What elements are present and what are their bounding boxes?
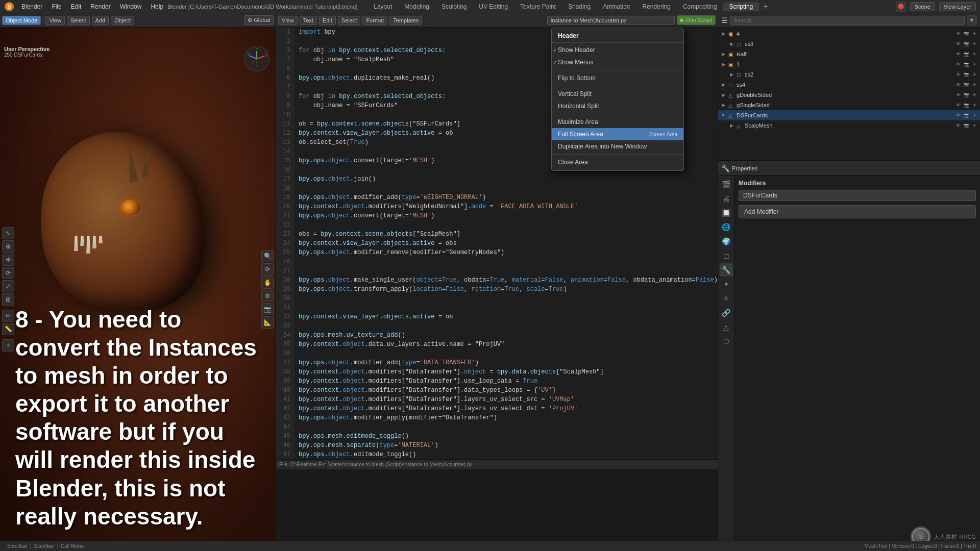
prop-constraints-btn[interactable]: 🔗 <box>720 306 733 319</box>
ctx-show-menus[interactable]: Show Menus <box>552 56 683 68</box>
tab-uv-editing[interactable]: UV Editing <box>473 2 514 11</box>
prop-object-btn[interactable]: ◻ <box>720 249 733 262</box>
outliner-visibility-icon[interactable]: ☀ <box>971 122 978 129</box>
prop-physics-btn[interactable]: ⚛ <box>720 292 733 305</box>
outliner-visibility-icon[interactable]: ☀ <box>971 81 978 88</box>
vp-camera-btn[interactable]: 📷 <box>261 303 274 315</box>
outliner-expand-icon[interactable]: ▶ <box>720 31 726 37</box>
outliner-visibility-icon[interactable]: ☀ <box>971 71 978 78</box>
outliner-expand-icon[interactable]: ▶ <box>720 61 726 67</box>
viewport-global-btn[interactable]: ⊕ Global <box>244 15 274 25</box>
outliner-visibility-icon[interactable]: 📷 <box>963 102 970 109</box>
outliner-expand-icon[interactable]: ▶ <box>720 102 726 108</box>
viewport-select-menu[interactable]: Select <box>67 16 90 25</box>
outliner-visibility-icon[interactable]: 👁 <box>954 71 962 78</box>
ctx-maximize-area[interactable]: Maximize Area <box>552 116 683 128</box>
view-layer-selector[interactable]: View Layer <box>939 2 976 11</box>
menu-window[interactable]: Window <box>116 2 146 11</box>
ctx-flip-to-bottom[interactable]: Flip to Bottom <box>552 72 683 84</box>
tab-shading[interactable]: Shading <box>562 2 597 11</box>
prop-view-layer-btn[interactable]: 🔲 <box>720 206 733 219</box>
tab-texture-paint[interactable]: Texture Paint <box>514 2 562 11</box>
script-format-menu[interactable]: Format <box>362 16 387 25</box>
outliner-item-item-9[interactable]: ▼△DSFurCards👁📷☀ <box>718 110 980 120</box>
menu-help[interactable]: Help <box>146 2 167 11</box>
outliner-visibility-icon[interactable]: 👁 <box>954 30 962 37</box>
prop-modifier-btn[interactable]: 🔧 <box>720 263 733 277</box>
menu-render[interactable]: Render <box>86 2 114 11</box>
tab-rendering[interactable]: Rendering <box>636 2 677 11</box>
toolbar-scale[interactable]: ⤢ <box>2 280 14 292</box>
tab-scripting[interactable]: Scripting <box>723 2 760 11</box>
outliner-expand-icon[interactable]: ▶ <box>720 92 726 98</box>
vp-options-btn[interactable]: ⚙ <box>261 290 274 302</box>
scene-selector[interactable]: Scene <box>910 2 935 11</box>
prop-data-btn[interactable]: △ <box>720 320 733 334</box>
outliner-visibility-icon[interactable]: 👁 <box>954 61 962 68</box>
outliner-visibility-icon[interactable]: 📷 <box>963 112 970 119</box>
outliner-visibility-icon[interactable]: 👁 <box>954 81 962 88</box>
toolbar-add[interactable]: + <box>2 339 14 352</box>
outliner-visibility-icon[interactable]: ☀ <box>971 51 978 58</box>
ctx-vertical-split[interactable]: Vertical Split <box>552 88 683 100</box>
outliner-item-item-3[interactable]: ▶▣Half👁📷☀ <box>718 49 980 59</box>
toolbar-move[interactable]: ✛ <box>2 254 14 266</box>
vp-rotate-btn[interactable]: ⟳ <box>261 263 274 276</box>
outliner-visibility-icon[interactable]: ☀ <box>971 61 978 68</box>
outliner-visibility-icon[interactable]: 📷 <box>963 61 970 68</box>
tab-compositing[interactable]: Compositing <box>677 2 723 11</box>
toolbar-transform[interactable]: ⊞ <box>2 293 14 306</box>
outliner-visibility-icon[interactable]: ☀ <box>971 40 978 47</box>
add-workspace-btn[interactable]: + <box>759 1 772 12</box>
menu-blender[interactable]: Blender <box>17 2 46 11</box>
tab-animation[interactable]: Animation <box>597 2 636 11</box>
outliner-item-item-2[interactable]: ▶◻ss3👁📷☀ <box>718 39 980 49</box>
outliner-expand-icon[interactable]: ▶ <box>728 41 734 47</box>
ctx-show-header[interactable]: Show Header <box>552 44 683 56</box>
ctx-full-screen-area[interactable]: Full Screen Area Screen Area <box>552 128 683 140</box>
tab-sculpting[interactable]: Sculpting <box>435 2 473 11</box>
toolbar-select[interactable]: ↖ <box>2 227 14 239</box>
prop-scene-btn[interactable]: 🌐 <box>720 220 733 234</box>
outliner-filter-btn[interactable]: ▼ <box>967 15 977 26</box>
outliner-expand-icon[interactable]: ▼ <box>720 112 726 118</box>
outliner-expand-icon[interactable]: ▶ <box>728 122 734 129</box>
outliner-item-item-10[interactable]: ▶△ScalpMesh👁📷☀ <box>718 120 980 131</box>
render-engine-icon[interactable]: 🔴 <box>896 2 906 12</box>
outliner-visibility-icon[interactable]: 📷 <box>963 40 970 47</box>
tab-layout[interactable]: Layout <box>368 2 398 11</box>
outliner-visibility-icon[interactable]: 📷 <box>963 91 970 98</box>
vp-ruler-btn[interactable]: 📐 <box>261 316 274 329</box>
outliner-visibility-icon[interactable]: 👁 <box>954 122 962 129</box>
ctx-close-area[interactable]: Close Area <box>552 156 683 168</box>
outliner-item-item-8[interactable]: ▶△gSingleSided👁📷☀ <box>718 100 980 110</box>
script-select-menu[interactable]: Select <box>338 16 361 25</box>
outliner-visibility-icon[interactable]: 📷 <box>963 51 970 58</box>
outliner-visibility-icon[interactable]: 👁 <box>954 102 962 109</box>
viewport-axis-indicator[interactable]: X Y Z <box>244 46 270 71</box>
outliner-visibility-icon[interactable]: 👁 <box>954 112 962 119</box>
toolbar-measure[interactable]: 📏 <box>2 323 14 335</box>
outliner-visibility-icon[interactable]: 📷 <box>963 81 970 88</box>
outliner-visibility-icon[interactable]: 👁 <box>954 40 962 47</box>
outliner-item-item-7[interactable]: ▶△gDoubleSided👁📷☀ <box>718 90 980 100</box>
tab-modeling[interactable]: Modeling <box>398 2 435 11</box>
viewport-mode-btn[interactable]: Object Mode <box>2 16 41 25</box>
menu-file[interactable]: File <box>47 2 65 11</box>
viewport-add-menu[interactable]: Add <box>92 16 109 25</box>
script-run-btn[interactable]: ▶ Run Script <box>677 15 716 25</box>
ctx-duplicate-area[interactable]: Duplicate Area into New Window <box>552 140 683 153</box>
outliner-visibility-icon[interactable]: 📷 <box>963 71 970 78</box>
script-text-menu[interactable]: Text <box>300 16 317 25</box>
toolbar-annotate[interactable]: ✏ <box>2 310 14 322</box>
prop-render-btn[interactable]: 🎬 <box>720 178 733 191</box>
prop-material-btn[interactable]: ⬡ <box>720 335 733 348</box>
outliner-visibility-icon[interactable]: ☀ <box>971 102 978 109</box>
viewport-view-menu[interactable]: View <box>45 16 65 25</box>
outliner-visibility-icon[interactable]: ☀ <box>971 112 978 119</box>
outliner-visibility-icon[interactable]: ☀ <box>971 30 978 37</box>
script-view-menu[interactable]: View <box>278 16 298 25</box>
outliner-item-item-1[interactable]: ▶▣4👁📷☀ <box>718 29 980 39</box>
outliner-visibility-icon[interactable]: ☀ <box>971 91 978 98</box>
outliner-visibility-icon[interactable]: 📷 <box>963 122 970 129</box>
